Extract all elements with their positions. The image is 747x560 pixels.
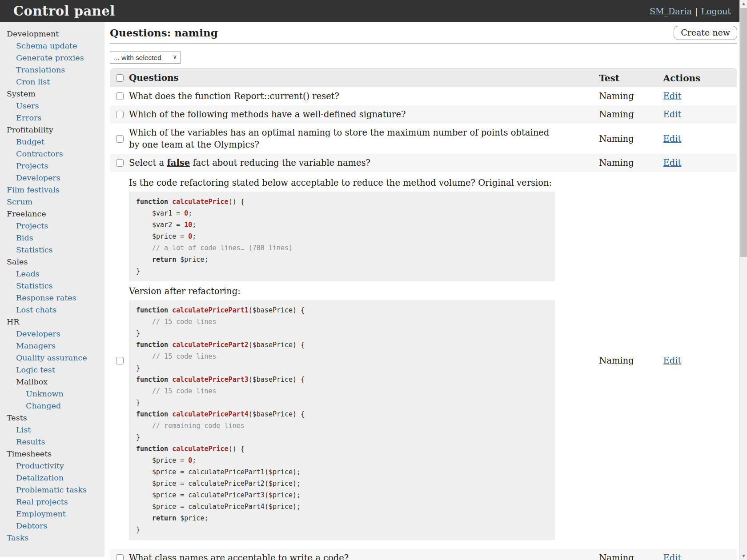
- top-bar: Control panel SM_Daria|Logout: [0, 0, 747, 22]
- scrollbar-thumb[interactable]: [740, 8, 747, 257]
- sidebar-item-timesheets: Timesheets: [0, 448, 104, 460]
- sidebar-item-statistics[interactable]: Statistics: [0, 244, 104, 256]
- table-row: Which of the following methods have a we…: [110, 105, 737, 124]
- column-header-questions: Questions: [129, 69, 599, 87]
- sidebar-item-hr: HR: [0, 316, 104, 328]
- edit-link[interactable]: Edit: [663, 158, 682, 168]
- test-name: Naming: [599, 549, 663, 560]
- current-user-link[interactable]: SM_Daria: [650, 6, 692, 16]
- bulk-action-select[interactable]: ... with selected: [110, 52, 181, 64]
- sidebar-item-contractors[interactable]: Contractors: [0, 148, 104, 160]
- row-checkbox[interactable]: [116, 554, 124, 560]
- sidebar-item-developers[interactable]: Developers: [0, 172, 104, 184]
- row-checkbox[interactable]: [116, 135, 124, 143]
- sidebar-item-sales: Sales: [0, 256, 104, 268]
- question-intro-text: Is the code refactoring stated below acc…: [129, 177, 599, 189]
- scroll-down-arrow-icon[interactable]: ▼: [740, 552, 747, 560]
- vertical-scrollbar[interactable]: ▲ ▼: [739, 0, 747, 560]
- sidebar-item-list[interactable]: List: [0, 424, 104, 436]
- questions-table: Questions Test Actions What does the fun…: [110, 68, 737, 560]
- sidebar-item-developers[interactable]: Developers: [0, 328, 104, 340]
- table-row: Which of the variables has an optimal na…: [110, 124, 737, 154]
- test-name: Naming: [599, 154, 663, 172]
- table-header-row: Questions Test Actions: [110, 69, 737, 87]
- edit-link[interactable]: Edit: [663, 356, 682, 366]
- sidebar-item-system: System: [0, 88, 104, 100]
- sidebar-item-lost-chats[interactable]: Lost chats: [0, 304, 104, 316]
- code-block-refactored: function calculatePricePart1($basePrice)…: [129, 300, 555, 540]
- sidebar-item-real-projects[interactable]: Real projects: [0, 496, 104, 508]
- page-title: Questions: naming: [110, 26, 218, 39]
- sidebar-item-generate-proxies[interactable]: Generate proxies: [0, 52, 104, 64]
- sidebar-item-tests: Tests: [0, 412, 104, 424]
- row-checkbox[interactable]: [116, 159, 124, 167]
- sidebar-item-projects[interactable]: Projects: [0, 160, 104, 172]
- sidebar-item-results[interactable]: Results: [0, 436, 104, 448]
- sidebar-item-mailbox: Mailbox: [0, 376, 104, 388]
- test-name: Naming: [599, 87, 663, 105]
- user-separator: |: [695, 6, 698, 16]
- column-header-actions: Actions: [663, 69, 737, 87]
- table-row: What class names are acceptable to write…: [110, 549, 737, 560]
- sidebar-item-tasks[interactable]: Tasks: [0, 532, 104, 544]
- question-text: Which of the following methods have a we…: [129, 105, 599, 124]
- select-all-checkbox[interactable]: [116, 74, 124, 82]
- edit-link[interactable]: Edit: [663, 134, 682, 144]
- sidebar-item-productivity[interactable]: Productivity: [0, 460, 104, 472]
- edit-link[interactable]: Edit: [663, 109, 682, 120]
- user-menu: SM_Daria|Logout: [650, 6, 734, 16]
- sidebar-item-scrum[interactable]: Scrum: [0, 196, 104, 208]
- sidebar-item-projects[interactable]: Projects: [0, 220, 104, 232]
- table-row: What does the function Report::current()…: [110, 87, 737, 105]
- sidebar-item-users[interactable]: Users: [0, 100, 104, 112]
- sidebar-item-managers[interactable]: Managers: [0, 340, 104, 352]
- sidebar-item-logic-test[interactable]: Logic test: [0, 364, 104, 376]
- test-name: Naming: [599, 124, 663, 154]
- sidebar-item-changed[interactable]: Changed: [0, 400, 104, 412]
- sidebar-item-bids[interactable]: Bids: [0, 232, 104, 244]
- question-text: Which of the variables has an optimal na…: [129, 124, 599, 154]
- row-checkbox[interactable]: [116, 357, 124, 364]
- sidebar-item-film-festivals[interactable]: Film festivals: [0, 184, 104, 196]
- sidebar-item-translations[interactable]: Translations: [0, 64, 104, 76]
- scroll-up-arrow-icon[interactable]: ▲: [740, 0, 747, 8]
- sidebar-nav: DevelopmentSchema updateGenerate proxies…: [0, 22, 104, 557]
- code-block-original: function calculatePrice() { $var1 = 0; $…: [129, 192, 555, 281]
- question-body: Is the code refactoring stated below acc…: [129, 172, 599, 549]
- sidebar-item-errors[interactable]: Errors: [0, 112, 104, 124]
- sidebar-item-statistics[interactable]: Statistics: [0, 280, 104, 292]
- question-text: What class names are acceptable to write…: [129, 549, 599, 560]
- title-divider: [110, 43, 737, 44]
- question-text: Select a false fact about reducing the v…: [129, 154, 599, 172]
- sidebar-item-profitability: Profitability: [0, 124, 104, 136]
- create-new-button[interactable]: Create new: [674, 26, 737, 40]
- sidebar-item-employment[interactable]: Employment: [0, 508, 104, 520]
- table-row: Select a false fact about reducing the v…: [110, 154, 737, 172]
- test-name: Naming: [599, 105, 663, 124]
- column-header-test: Test: [599, 69, 663, 87]
- sidebar-item-budget[interactable]: Budget: [0, 136, 104, 148]
- sidebar-item-unknown[interactable]: Unknown: [0, 388, 104, 400]
- sidebar-item-leads[interactable]: Leads: [0, 268, 104, 280]
- refactor-label: Version after refactoring:: [129, 286, 599, 297]
- sidebar-item-problematic-tasks[interactable]: Problematic tasks: [0, 484, 104, 496]
- logout-link[interactable]: Logout: [701, 6, 731, 16]
- app-title: Control panel: [13, 4, 115, 19]
- sidebar-item-detalization[interactable]: Detalization: [0, 472, 104, 484]
- table-row-code-question: Is the code refactoring stated below acc…: [110, 172, 737, 549]
- test-name: Naming: [599, 172, 663, 549]
- question-text: What does the function Report::current()…: [129, 87, 599, 105]
- emphasized-term: false: [167, 158, 190, 168]
- sidebar-item-schema-update[interactable]: Schema update: [0, 40, 104, 52]
- row-checkbox[interactable]: [116, 111, 124, 118]
- sidebar-item-freelance: Freelance: [0, 208, 104, 220]
- sidebar-item-quality-assurance[interactable]: Quality assurance: [0, 352, 104, 364]
- main-content: Questions: naming Create new ... with se…: [104, 22, 739, 560]
- edit-link[interactable]: Edit: [663, 553, 682, 560]
- sidebar-item-development: Development: [0, 28, 104, 40]
- row-checkbox[interactable]: [116, 92, 124, 100]
- sidebar-item-cron-list[interactable]: Cron list: [0, 76, 104, 88]
- sidebar-item-debtors[interactable]: Debtors: [0, 520, 104, 532]
- edit-link[interactable]: Edit: [663, 91, 682, 101]
- sidebar-item-response-rates[interactable]: Response rates: [0, 292, 104, 304]
